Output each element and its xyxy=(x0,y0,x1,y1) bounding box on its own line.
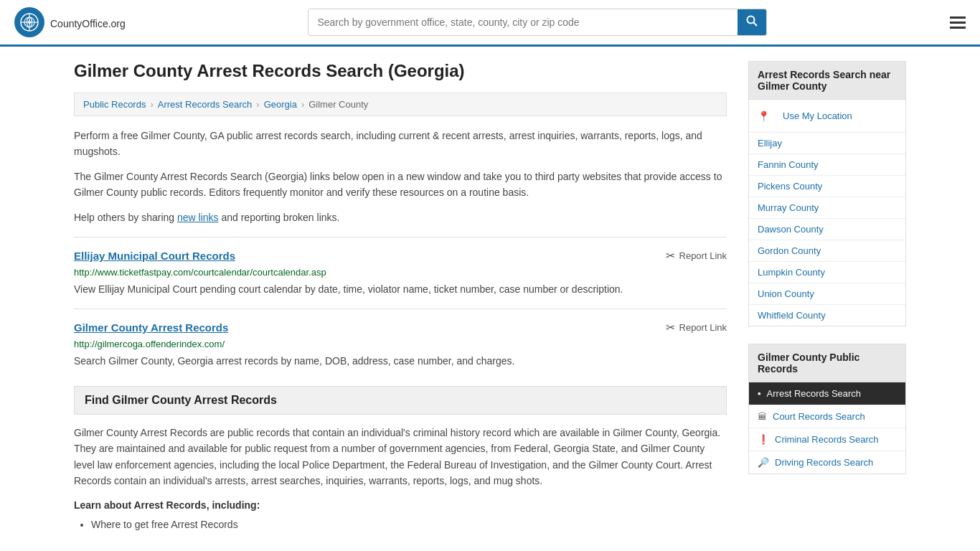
pin-icon: 📍 xyxy=(758,110,770,122)
breadcrumb-public-records[interactable]: Public Records xyxy=(83,99,146,110)
pub-record-court-link[interactable]: 🏛 Court Records Search xyxy=(749,405,905,428)
record-desc-1: View Ellijay Municipal Court pending cou… xyxy=(74,282,727,297)
intro-para3-prefix: Help others by sharing xyxy=(74,212,177,223)
record-url-1: http://www.ticketfastpay.com/courtcalend… xyxy=(74,267,727,278)
intro-para2: The Gilmer County Arrest Records Search … xyxy=(74,169,727,201)
sidebar: Arrest Records Search near Gilmer County… xyxy=(748,61,906,533)
logo-suffix: .org xyxy=(108,18,126,29)
learn-title: Learn about Arrest Records, including: xyxy=(74,499,727,511)
pub-record-driving-label: Driving Records Search xyxy=(775,457,873,468)
nearby-whitfield-link[interactable]: Whitfield County xyxy=(749,305,905,326)
learn-list-item: Where to get free Arrest Records xyxy=(91,517,727,534)
hamburger-menu-button[interactable] xyxy=(950,17,966,29)
menu-line xyxy=(950,17,966,19)
pub-record-item-criminal: ❗ Criminal Records Search xyxy=(749,428,905,451)
pub-record-criminal-link[interactable]: ❗ Criminal Records Search xyxy=(749,428,905,451)
breadcrumb-sep: › xyxy=(150,99,153,110)
record-header-2: Gilmer County Arrest Records ✂ Report Li… xyxy=(74,321,727,334)
nearby-list: 📍 Use My Location Ellijay Fannin County … xyxy=(748,100,906,326)
use-location-link[interactable]: Use My Location xyxy=(774,105,861,126)
public-records-section: Gilmer County Public Records ▪ Arrest Re… xyxy=(748,344,906,474)
breadcrumb-sep: › xyxy=(301,99,304,110)
nearby-list-item: Union County xyxy=(749,283,905,305)
use-location-item: 📍 Use My Location xyxy=(749,100,905,133)
nearby-list-item: Gordon County xyxy=(749,240,905,262)
svg-line-7 xyxy=(754,23,758,27)
report-link-button-1[interactable]: ✂ Report Link xyxy=(666,249,727,263)
logo-text: CountyOffice.org xyxy=(50,14,126,31)
breadcrumb-arrest-records-search[interactable]: Arrest Records Search xyxy=(158,99,253,110)
arrest-icon: ▪ xyxy=(758,388,761,399)
menu-line xyxy=(950,22,966,24)
nearby-section: Arrest Records Search near Gilmer County… xyxy=(748,61,906,326)
nearby-list-item: Murray County xyxy=(749,197,905,219)
learn-list: Where to get free Arrest Records xyxy=(74,517,727,534)
page-title: Gilmer County Arrest Records Search (Geo… xyxy=(74,61,727,81)
record-header-1: Ellijay Municipal Court Records ✂ Report… xyxy=(74,249,727,263)
find-section-header: Find Gilmer County Arrest Records xyxy=(74,386,727,415)
pub-record-item-driving: 🔎 Driving Records Search xyxy=(749,451,905,474)
nearby-list-item: Ellijay xyxy=(749,133,905,154)
nearby-dawson-link[interactable]: Dawson County xyxy=(749,219,905,240)
main-container: Gilmer County Arrest Records Search (Geo… xyxy=(60,47,920,547)
breadcrumb: Public Records › Arrest Records Search ›… xyxy=(74,93,727,116)
search-input[interactable] xyxy=(308,9,738,35)
report-link-button-2[interactable]: ✂ Report Link xyxy=(666,321,727,334)
nearby-murray-link[interactable]: Murray County xyxy=(749,197,905,218)
nearby-list-item: Fannin County xyxy=(749,154,905,176)
logo-brand: CountyOffice xyxy=(50,18,108,29)
record-block-2: Gilmer County Arrest Records ✂ Report Li… xyxy=(74,309,727,369)
report-link-label-2: Report Link xyxy=(679,322,727,333)
search-button[interactable] xyxy=(738,9,766,35)
pub-record-item-arrest: ▪ Arrest Records Search xyxy=(749,382,905,405)
nearby-list-item: Lumpkin County xyxy=(749,262,905,283)
intro-para3-suffix: and reporting broken links. xyxy=(219,212,340,223)
svg-point-5 xyxy=(28,21,31,24)
record-title-2[interactable]: Gilmer County Arrest Records xyxy=(74,321,228,334)
nearby-union-link[interactable]: Union County xyxy=(749,283,905,304)
report-icon: ✂ xyxy=(666,321,675,334)
court-icon: 🏛 xyxy=(758,411,767,422)
report-icon: ✂ xyxy=(666,249,675,263)
nearby-gordon-link[interactable]: Gordon County xyxy=(749,240,905,261)
record-url-2: http://gilmercoga.offenderindex.com/ xyxy=(74,339,727,349)
pub-record-criminal-label: Criminal Records Search xyxy=(775,434,879,445)
search-input-wrap xyxy=(308,9,767,36)
nearby-list-item: Dawson County xyxy=(749,219,905,240)
criminal-icon: ❗ xyxy=(758,434,769,445)
record-title-1[interactable]: Ellijay Municipal Court Records xyxy=(74,250,235,262)
public-records-list: ▪ Arrest Records Search 🏛 Court Records … xyxy=(748,382,906,474)
public-records-title: Gilmer County Public Records xyxy=(748,344,906,382)
pub-record-court-label: Court Records Search xyxy=(773,411,865,422)
nearby-lumpkin-link[interactable]: Lumpkin County xyxy=(749,262,905,283)
pub-record-arrest-link[interactable]: ▪ Arrest Records Search xyxy=(749,382,905,405)
find-section: Find Gilmer County Arrest Records Gilmer… xyxy=(74,386,727,533)
search-area xyxy=(308,9,767,36)
logo-area: CountyOffice.org xyxy=(14,7,126,37)
pub-record-item-court: 🏛 Court Records Search xyxy=(749,405,905,428)
new-links-link[interactable]: new links xyxy=(177,212,219,223)
menu-line xyxy=(950,27,966,29)
pub-record-driving-link[interactable]: 🔎 Driving Records Search xyxy=(749,451,905,474)
site-header: CountyOffice.org xyxy=(0,0,980,47)
record-desc-2: Search Gilmer County, Georgia arrest rec… xyxy=(74,354,727,369)
intro-para1: Perform a free Gilmer County, GA public … xyxy=(74,128,727,160)
intro-para3: Help others by sharing new links and rep… xyxy=(74,209,727,225)
breadcrumb-georgia[interactable]: Georgia xyxy=(264,99,297,110)
pub-record-arrest-label: Arrest Records Search xyxy=(767,388,862,399)
logo-icon xyxy=(14,7,44,37)
nearby-list-item: Pickens County xyxy=(749,176,905,197)
nearby-list-item: Whitfield County xyxy=(749,305,905,326)
record-block-1: Ellijay Municipal Court Records ✂ Report… xyxy=(74,237,727,297)
breadcrumb-sep: › xyxy=(256,99,259,110)
find-section-body: Gilmer County Arrest Records are public … xyxy=(74,425,727,489)
driving-icon: 🔎 xyxy=(758,457,769,468)
svg-point-6 xyxy=(748,17,755,24)
breadcrumb-current: Gilmer County xyxy=(308,99,368,110)
report-link-label-1: Report Link xyxy=(679,250,727,261)
nearby-title: Arrest Records Search near Gilmer County xyxy=(748,61,906,100)
nearby-ellijay-link[interactable]: Ellijay xyxy=(749,133,905,154)
content-area: Gilmer County Arrest Records Search (Geo… xyxy=(74,61,727,533)
nearby-pickens-link[interactable]: Pickens County xyxy=(749,176,905,197)
nearby-fannin-link[interactable]: Fannin County xyxy=(749,154,905,175)
